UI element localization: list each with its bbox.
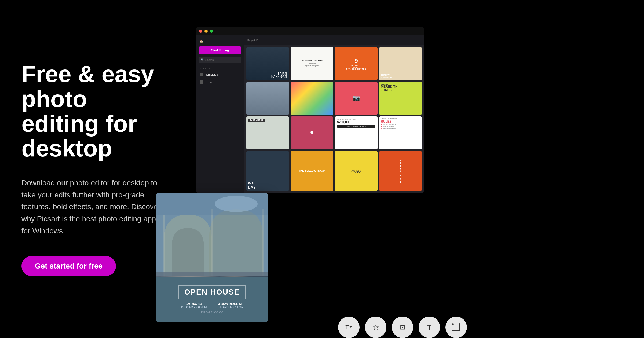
template-card-realty[interactable]: Modena 3 Bedroom Condo $750,000 ENJOY UP…: [335, 116, 378, 149]
camera-icon: 📷: [353, 95, 360, 102]
orange-number: 9: [354, 57, 358, 64]
virtual-line-2: Come to class early: [381, 126, 420, 127]
open-house-info: OPEN HOUSE Sat, Nov 13 11:00 AM - 2:00 P…: [156, 277, 268, 322]
svg-point-9: [459, 323, 460, 325]
template-card-virtual[interactable]: VIRTUAL CLASSROOM RULES Choose a quiet s…: [379, 116, 422, 149]
svg-point-6: [215, 196, 258, 212]
home-icon: 🏠: [200, 40, 203, 43]
start-editing-button[interactable]: Start Editing: [199, 46, 241, 54]
app-body: 🏠 Start Editing 🔍 Search Recent Template…: [196, 35, 424, 193]
template-card-cert[interactable]: Certificate of Completion Emily SmithNat…: [291, 47, 333, 80]
sidebar-search[interactable]: 🔍 Search: [199, 57, 241, 63]
sidebar-section-label: Recent: [196, 64, 244, 71]
template-card-healthy[interactable]: HEALTHY BREAKFAST: [379, 151, 422, 191]
project-id-label: Project ID: [247, 39, 258, 42]
export-icon: [200, 80, 203, 84]
template-card-yellow-room[interactable]: THE YELLOW ROOM: [291, 151, 333, 191]
crop-icon: ⊡: [400, 324, 405, 331]
cert-title: Certificate of Completion: [301, 60, 323, 61]
template-card-jeremy[interactable]: JEREMYATKINSON: [379, 47, 422, 80]
template-card-just-listed[interactable]: JUST LISTED: [246, 116, 289, 149]
template-card-brian[interactable]: BRIANHANNIGAN: [246, 47, 289, 80]
svg-rect-3: [262, 209, 264, 276]
svg-rect-7: [453, 324, 459, 330]
text-add-tool[interactable]: T⁺: [338, 317, 360, 338]
transform-icon: [452, 323, 460, 332]
minimize-dot: [204, 30, 208, 33]
template-card-hearts[interactable]: ♥: [291, 116, 333, 149]
templates-icon: [200, 73, 203, 76]
page: Free & easy photo editing for desktop Do…: [0, 0, 644, 338]
app-toolbar: Project ID: [244, 35, 424, 45]
virtual-line-3: Mute your microphone: [381, 127, 420, 129]
open-house-card: OPEN HOUSE Sat, Nov 13 11:00 AM - 2:00 P…: [156, 193, 268, 322]
svg-point-8: [452, 323, 454, 325]
svg-rect-4: [156, 272, 268, 276]
hearts-icon: ♥: [310, 129, 314, 136]
transform-tool[interactable]: [445, 317, 467, 338]
text-icon: T: [427, 323, 431, 332]
virtual-line-1: Choose a quiet space: [381, 124, 420, 125]
realty-price: $750,000: [337, 120, 375, 124]
template-card-rainbow[interactable]: [291, 82, 333, 115]
just-listed-badge: JUST LISTED: [248, 119, 265, 122]
cert-line: [296, 62, 328, 62]
news-text: WSLAY: [248, 181, 287, 189]
crop-tool[interactable]: ⊡: [392, 317, 413, 338]
search-icon: 🔍: [201, 58, 204, 61]
main-heading: Free & easy photo editing for desktop: [21, 62, 166, 161]
star-tool[interactable]: ☆: [365, 317, 386, 338]
svg-rect-2: [211, 209, 213, 276]
maximize-dot: [210, 30, 213, 33]
oh-website: JJREALTYCO.CO: [200, 311, 224, 314]
yellow-room-text: THE YELLOW ROOM: [299, 169, 325, 172]
template-card-meredith[interactable]: WEBINAR MEREDITHJONES: [379, 82, 422, 115]
close-dot: [199, 30, 202, 33]
orange-text: ORANGEZONEFITNESS CENTER: [346, 64, 366, 70]
open-house-bg: [156, 193, 268, 277]
cert-name: Emily SmithNational UniversitySuzanne La…: [305, 63, 319, 68]
right-panel: 🏠 Start Editing 🔍 Search Recent Template…: [182, 0, 623, 338]
virtual-rules: RULES: [381, 120, 420, 123]
sub-text: Download our photo editor for desktop to…: [21, 177, 161, 237]
svg-rect-1: [163, 215, 165, 276]
app-main: Project ID BRIANHANNIGAN Certificate of …: [244, 35, 424, 193]
app-window: 🏠 Start Editing 🔍 Search Recent Template…: [196, 27, 424, 193]
open-house-title: OPEN HOUSE: [178, 285, 246, 299]
template-card-photo[interactable]: 📷: [335, 82, 378, 115]
template-card-arch[interactable]: [246, 82, 289, 115]
text-add-icon: T⁺: [345, 324, 353, 331]
app-sidebar: 🏠 Start Editing 🔍 Search Recent Template…: [196, 35, 244, 193]
bottom-toolbar: T⁺ ☆ ⊡ T: [338, 317, 467, 338]
app-titlebar: [196, 27, 424, 35]
cta-button[interactable]: Get started for free: [21, 256, 116, 276]
star-icon: ☆: [372, 323, 379, 332]
template-grid: BRIANHANNIGAN Certificate of Completion …: [244, 45, 424, 193]
open-house-details: Sat, Nov 13 11:00 AM - 2:00 PM 3 BOW RID…: [181, 302, 243, 309]
oh-address-block: 3 BOW RIDGE ST STOWN, NY 11787: [218, 302, 243, 309]
jeremy-name: JEREMYATKINSON: [381, 74, 420, 79]
healthy-text: HEALTHY BREAKFAST: [400, 158, 401, 183]
svg-point-10: [452, 330, 454, 331]
text-tool[interactable]: T: [419, 317, 440, 338]
realty-button[interactable]: ENJOY UP FOR DETAILS: [337, 125, 375, 128]
happy-text: Happy: [351, 169, 361, 173]
meredith-name: MEREDITHJONES: [381, 85, 420, 92]
brian-name: BRIANHANNIGAN: [271, 72, 287, 78]
template-card-orange[interactable]: 9 ORANGEZONEFITNESS CENTER: [335, 47, 378, 80]
svg-point-11: [459, 330, 460, 331]
sidebar-home: 🏠: [196, 38, 244, 45]
template-card-happy[interactable]: Happy: [335, 151, 378, 191]
oh-date-time: Sat, Nov 13 11:00 AM - 2:00 PM: [181, 302, 207, 309]
template-card-news[interactable]: WSLAY: [246, 151, 289, 191]
sidebar-item-export[interactable]: Export: [196, 78, 244, 86]
sidebar-item-templates[interactable]: Templates: [196, 71, 244, 78]
oh-separator: [212, 302, 212, 309]
